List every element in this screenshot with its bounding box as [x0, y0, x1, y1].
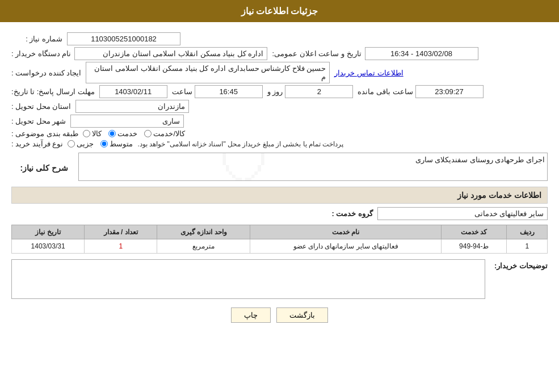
cell-kod: ط-94-949: [442, 239, 507, 254]
nam-dastgah-label: نام دستگاه خریدار :: [11, 49, 71, 58]
khadamat-section-title: اطلاعات خدمات مورد نیاز: [11, 187, 548, 204]
radio-khadamat-input[interactable]: [108, 130, 116, 137]
shahr-label: شهر محل تحویل :: [11, 117, 66, 125]
tarikh-label: تاریخ و ساعت اعلان عمومی:: [272, 49, 361, 58]
ijad-konande-label: ایجاد کننده درخواست :: [11, 69, 81, 77]
baqi-mande-label: ساعت باقی مانده: [358, 87, 413, 96]
toseih-label: توضیحات خریدار:: [485, 259, 548, 270]
print-button[interactable]: چاپ: [231, 307, 271, 323]
col-name: نام خدمت: [250, 225, 442, 239]
feraiend-group: متوسط جزیی: [68, 140, 133, 148]
saat-label: ساعت: [172, 87, 192, 96]
radio-kala-label: کالا: [92, 129, 102, 138]
page-header: جزئیات اطلاعات نیاز: [0, 0, 559, 22]
cell-tarikh: 1403/03/31: [12, 239, 85, 254]
radio-jozi[interactable]: جزیی: [68, 140, 94, 148]
feraiend-label: نوع فرآیند خرید :: [11, 140, 63, 148]
radio-motavaset-label: متوسط: [110, 140, 133, 148]
ostan-label: استان محل تحویل :: [11, 102, 71, 111]
saat-value: 16:45: [195, 85, 263, 98]
grouh-label: گروه خدمت :: [322, 209, 373, 218]
sharh-niaz-value: اجرای طرحهادی روستای سفندیکلای ساری: [415, 155, 545, 164]
mohlat-date-value: 1403/02/11: [99, 85, 167, 98]
etelaat-tamas-link[interactable]: اطلاعات تماس خریدار: [334, 69, 403, 77]
services-table: ردیف کد خدمت نام خدمت واحد اندازه گیری ت…: [11, 225, 548, 254]
shomara-niaz-value: 1103005251000182: [67, 32, 180, 45]
cell-name: فعالیتهای سایر سازمانهای دارای عضو: [250, 239, 442, 254]
col-tedad: تعداد / مقدار: [85, 225, 157, 239]
rooz-value: 2: [285, 85, 353, 98]
radio-jozi-label: جزیی: [77, 140, 94, 148]
col-kod: کد خدمت: [442, 225, 507, 239]
rooz-label: روز و: [267, 87, 283, 96]
cell-vahed: مترمربع: [157, 239, 250, 254]
radio-jozi-input[interactable]: [68, 140, 75, 147]
toseih-box: [11, 259, 485, 299]
radio-khadamat-label: خدمت: [117, 129, 137, 138]
radio-kala-input[interactable]: [83, 130, 90, 137]
sharh-niaz-section-title: شرح کلی نیاز:: [11, 160, 74, 176]
ijad-konande-value: حسین فلاح کارشناس حسابداری اداره کل بنیا…: [86, 62, 330, 83]
radio-motavaset[interactable]: متوسط: [100, 140, 133, 148]
col-radif: ردیف: [507, 225, 548, 239]
shahr-value: ساری: [70, 115, 184, 128]
tabaqeh-label: طبقه بندی موضوعی :: [11, 129, 78, 138]
tarikh-value: 1403/02/08 - 16:34: [365, 47, 478, 60]
radio-motavaset-input[interactable]: [100, 140, 108, 147]
radio-kala-khadamat[interactable]: کالا/خدمت: [144, 129, 185, 138]
ostan-value: مازندران: [75, 100, 189, 113]
radio-kala-khadamat-label: کالا/خدمت: [153, 129, 185, 138]
sharh-niaz-box: 🛡 اجرای طرحهادی روستای سفندیکلای ساری: [78, 153, 548, 181]
shomara-niaz-label: شماره نیاز :: [11, 35, 62, 43]
radio-kala-khadamat-input[interactable]: [144, 130, 152, 137]
grouh-value: سایر فعالیتهای خدماتی: [377, 207, 548, 220]
back-button[interactable]: بازگشت: [276, 307, 328, 323]
col-vahed: واحد اندازه گیری: [157, 225, 250, 239]
cell-radif: 1: [507, 239, 548, 254]
mohlat-label: مهلت ارسال پاسخ: تا تاریخ:: [11, 87, 95, 96]
nam-dastgah-value: اداره کل بنیاد مسکن انقلاب اسلامی استان …: [74, 47, 267, 60]
feraiend-note: پرداخت تمام یا بخشی از مبلغ خریداز محل "…: [137, 140, 343, 148]
radio-khadamat[interactable]: خدمت: [108, 129, 137, 138]
table-row: 1 ط-94-949 فعالیتهای سایر سازمانهای دارا…: [12, 239, 548, 254]
baqi-mande-value: 23:09:27: [415, 85, 484, 98]
cell-tedad: 1: [85, 239, 157, 254]
col-tarikh: تاریخ نیاز: [12, 225, 85, 239]
tabaqeh-group: کالا/خدمت خدمت کالا: [83, 129, 185, 138]
radio-kala[interactable]: کالا: [83, 129, 102, 138]
